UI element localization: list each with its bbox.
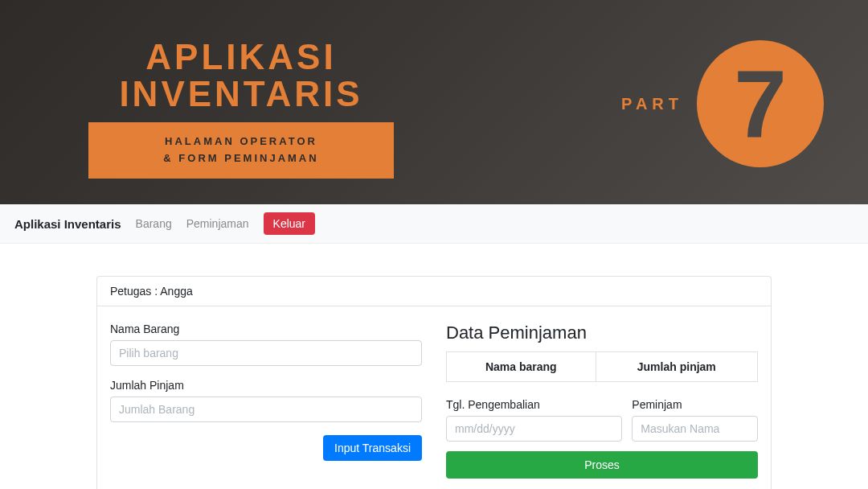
th-jumlah-pinjam: Jumlah pinjam [596, 352, 757, 382]
content: Petugas : Angga Nama Barang Jumlah Pinja… [0, 244, 868, 489]
jumlah-pinjam-label: Jumlah Pinjam [110, 379, 422, 392]
tgl-pengembalian-input[interactable] [446, 416, 622, 442]
form-left: Nama Barang Jumlah Pinjam Input Transaks… [110, 323, 422, 479]
navbar: Aplikasi Inventaris Barang Peminjaman Ke… [0, 204, 868, 244]
nav-brand[interactable]: Aplikasi Inventaris [14, 217, 121, 231]
nav-link-barang[interactable]: Barang [136, 217, 172, 230]
banner-subtitle-box: HALAMAN OPERATOR & FORM PEMINJAMAN [88, 122, 394, 179]
card-header-petugas: Petugas : Angga [96, 276, 772, 306]
nav-keluar-button[interactable]: Keluar [264, 212, 315, 235]
banner: APLIKASI INVENTARIS HALAMAN OPERATOR & F… [0, 0, 868, 204]
part-label: PART [621, 95, 683, 113]
peminjam-label: Peminjam [632, 398, 758, 411]
jumlah-pinjam-input[interactable] [110, 397, 422, 422]
nama-barang-label: Nama Barang [110, 323, 422, 335]
proses-button[interactable]: Proses [446, 451, 758, 479]
data-peminjaman-title: Data Peminjaman [446, 323, 758, 343]
banner-subtitle-line2: & FORM PEMINJAMAN [163, 152, 318, 164]
tgl-pengembalian-label: Tgl. Pengembalian [446, 398, 622, 411]
nav-link-peminjaman[interactable]: Peminjaman [186, 217, 249, 230]
banner-subtitle-line1: HALAMAN OPERATOR [165, 135, 317, 147]
banner-title-line1: APLIKASI [145, 37, 336, 76]
card-body: Nama Barang Jumlah Pinjam Input Transaks… [96, 306, 772, 489]
banner-subtitle: HALAMAN OPERATOR & FORM PEMINJAMAN [104, 134, 378, 167]
banner-title-line2: INVENTARIS [119, 74, 362, 113]
row-tgl-peminjam: Tgl. Pengembalian Peminjam [446, 398, 758, 442]
th-nama-barang: Nama barang [447, 352, 596, 382]
input-transaksi-button[interactable]: Input Transaksi [323, 435, 422, 461]
peminjaman-table: Nama barang Jumlah pinjam [446, 351, 758, 382]
nama-barang-input[interactable] [110, 340, 422, 366]
table-header-row: Nama barang Jumlah pinjam [447, 352, 758, 382]
part-number: 7 [734, 56, 787, 151]
part-circle: 7 [697, 40, 824, 167]
peminjam-input[interactable] [632, 416, 758, 442]
banner-title: APLIKASI INVENTARIS [104, 39, 378, 113]
form-right: Data Peminjaman Nama barang Jumlah pinja… [446, 323, 758, 479]
